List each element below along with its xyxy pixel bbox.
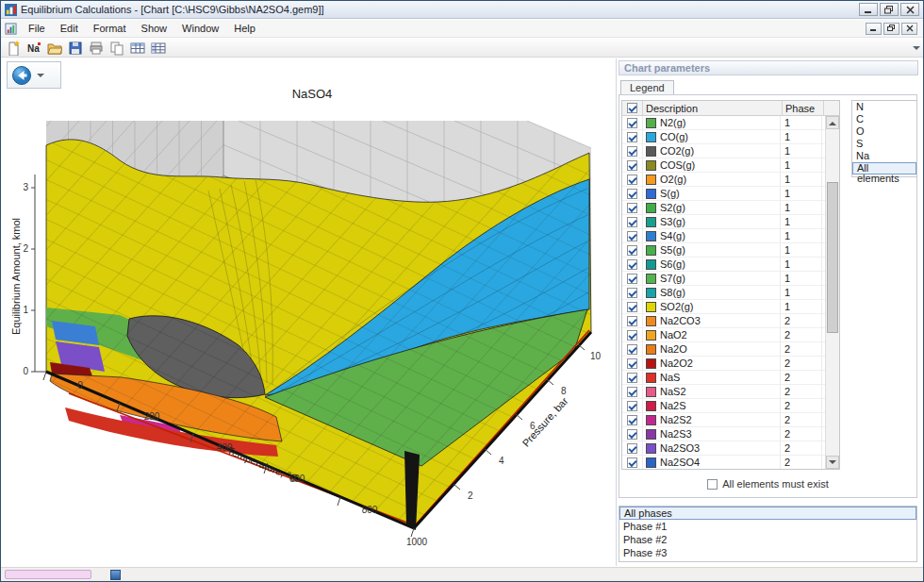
element-item-s[interactable]: S: [852, 138, 916, 150]
species-name: NaS: [660, 371, 781, 385]
legend-scrollbar[interactable]: [825, 116, 839, 469]
menu-window[interactable]: Window: [174, 21, 226, 36]
species-checkbox[interactable]: [627, 189, 637, 199]
table-row[interactable]: Na2CO32: [622, 314, 825, 328]
table-row[interactable]: NaS22: [622, 385, 825, 399]
species-checkbox[interactable]: [627, 330, 637, 341]
species-checkbox[interactable]: [627, 457, 637, 468]
table-row[interactable]: CO2(g)1: [622, 144, 825, 158]
save-button[interactable]: [66, 40, 85, 57]
column-phase[interactable]: Phase: [783, 101, 824, 116]
table-row[interactable]: S5(g)1: [622, 243, 825, 258]
species-name: Na2SO3: [660, 441, 781, 456]
table-row[interactable]: O2(g)1: [622, 173, 825, 187]
species-name: S7(g): [660, 272, 781, 286]
table-row[interactable]: Na2S22: [622, 413, 825, 427]
species-checkbox[interactable]: [627, 443, 637, 454]
element-item-n[interactable]: N: [852, 101, 916, 113]
table-row[interactable]: N2(g)1: [622, 116, 825, 130]
equilibrium-module-button[interactable]: Na: [25, 40, 43, 57]
table-row[interactable]: CO(g)1: [622, 130, 825, 144]
species-checkbox[interactable]: [627, 415, 637, 425]
element-item-na[interactable]: Na: [852, 150, 916, 162]
phase-item-2[interactable]: Phase #2: [619, 533, 916, 546]
menu-file[interactable]: File: [21, 21, 53, 36]
species-checkbox[interactable]: [627, 231, 637, 241]
grid-view-button[interactable]: [149, 40, 168, 57]
species-checkbox[interactable]: [627, 146, 637, 157]
all-elements-must-exist-checkbox[interactable]: [707, 479, 718, 490]
table-view-button[interactable]: [128, 40, 147, 57]
species-checkbox[interactable]: [627, 302, 637, 312]
column-description[interactable]: Description: [643, 101, 783, 116]
table-row[interactable]: S7(g)1: [622, 272, 825, 286]
table-row[interactable]: S2(g)1: [622, 201, 825, 215]
table-row[interactable]: S(g)1: [622, 187, 825, 201]
species-checkbox[interactable]: [627, 316, 637, 326]
species-checkbox[interactable]: [627, 429, 637, 440]
table-row[interactable]: S8(g)1: [622, 286, 825, 300]
child-minimize-icon: [869, 25, 878, 32]
table-row[interactable]: COS(g)1: [622, 158, 825, 173]
toolbar-overflow-chevron[interactable]: [913, 46, 920, 54]
menu-help[interactable]: Help: [226, 21, 263, 36]
species-checkbox[interactable]: [627, 373, 637, 383]
species-color-swatch: [646, 401, 656, 411]
species-checkbox[interactable]: [627, 160, 637, 171]
table-row[interactable]: Na2SO42: [622, 456, 825, 470]
menu-edit[interactable]: Edit: [53, 21, 86, 36]
species-checkbox[interactable]: [627, 245, 637, 256]
child-minimize-button[interactable]: [866, 23, 882, 35]
species-checkbox[interactable]: [627, 118, 637, 128]
new-document-button[interactable]: [4, 40, 23, 57]
species-color-swatch: [646, 387, 656, 397]
species-checkbox[interactable]: [627, 344, 637, 355]
copy-button[interactable]: [107, 40, 126, 57]
species-checkbox[interactable]: [627, 288, 637, 298]
phase-item-3[interactable]: Phase #3: [619, 546, 916, 559]
table-row[interactable]: SO2(g)1: [622, 300, 825, 314]
species-checkbox[interactable]: [627, 387, 637, 397]
phase-item-1[interactable]: Phase #1: [619, 520, 916, 533]
print-button[interactable]: [87, 40, 106, 57]
maximize-button[interactable]: [880, 3, 899, 16]
species-checkbox[interactable]: [627, 274, 637, 284]
table-row[interactable]: Na2O2: [622, 342, 825, 357]
table-row[interactable]: S3(g)1: [622, 215, 825, 229]
species-color-swatch: [646, 160, 656, 171]
scroll-down-button[interactable]: [826, 456, 839, 469]
species-checkbox[interactable]: [627, 175, 637, 185]
table-row[interactable]: Na2S32: [622, 427, 825, 441]
table-row[interactable]: S4(g)1: [622, 229, 825, 243]
species-color-swatch: [646, 344, 656, 355]
scroll-up-button[interactable]: [826, 116, 839, 129]
table-row[interactable]: NaO22: [622, 328, 825, 342]
element-item-o[interactable]: O: [852, 125, 916, 138]
child-restore-button[interactable]: [883, 23, 899, 35]
species-checkbox[interactable]: [627, 203, 637, 213]
element-item-c[interactable]: C: [852, 113, 916, 125]
close-button[interactable]: [900, 3, 919, 16]
menu-format[interactable]: Format: [86, 21, 134, 36]
minimize-button[interactable]: [859, 3, 878, 16]
table-row[interactable]: Na2SO32: [622, 441, 825, 456]
species-checkbox[interactable]: [627, 259, 637, 270]
phase-item-all[interactable]: All phases: [619, 507, 916, 520]
species-checkbox[interactable]: [627, 401, 637, 411]
species-checkbox[interactable]: [627, 132, 637, 142]
species-color-swatch: [646, 146, 656, 157]
table-row[interactable]: Na2S2: [622, 399, 825, 413]
back-dropdown-chevron[interactable]: [37, 74, 44, 81]
open-file-button[interactable]: [45, 40, 64, 57]
table-row[interactable]: NaS2: [622, 371, 825, 385]
select-all-checkbox[interactable]: [627, 103, 637, 113]
species-name: S6(g): [660, 258, 781, 272]
table-row[interactable]: Na2O22: [622, 357, 825, 371]
table-row[interactable]: S6(g)1: [622, 258, 825, 272]
menu-show[interactable]: Show: [134, 21, 175, 36]
species-checkbox[interactable]: [627, 217, 637, 227]
species-checkbox[interactable]: [627, 358, 637, 369]
element-item-all[interactable]: All elements: [852, 162, 916, 175]
child-close-button[interactable]: [901, 23, 917, 35]
scrollbar-thumb[interactable]: [827, 182, 838, 333]
